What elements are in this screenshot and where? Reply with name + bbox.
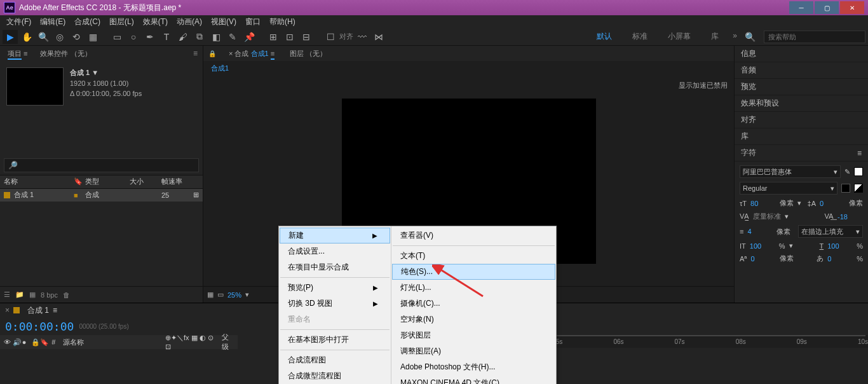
ctx-comp-settings[interactable]: 合成设置...: [279, 243, 391, 259]
col-fps[interactable]: 帧速率: [161, 177, 182, 186]
col-type[interactable]: 类型: [85, 177, 130, 186]
lock-icon[interactable]: [208, 49, 216, 58]
puppet-tool[interactable]: 📌: [241, 30, 257, 44]
view-axis-icon[interactable]: ⊟: [299, 30, 314, 44]
trash-icon[interactable]: 🗑: [63, 291, 70, 299]
ctx-new-viewer[interactable]: 查看器(V): [391, 228, 556, 243]
col-source-name[interactable]: 源名称: [63, 338, 165, 347]
vscale-field[interactable]: 100: [750, 242, 775, 250]
zoom-level[interactable]: 25%: [227, 291, 241, 299]
panel-info[interactable]: 信息: [735, 46, 868, 62]
clone-tool[interactable]: ⧉: [192, 30, 207, 44]
workspace-small[interactable]: 小屏幕: [658, 29, 701, 45]
world-axis-icon[interactable]: ⊡: [282, 30, 297, 44]
new-folder-icon[interactable]: 📁: [15, 291, 24, 299]
ctx-new-c4d[interactable]: MAXON CINEMA 4D 文件(C)...: [391, 375, 556, 384]
snap-options2[interactable]: ⋈: [371, 30, 386, 44]
local-axis-icon[interactable]: ⊞: [266, 30, 281, 44]
hscale-field[interactable]: 100: [827, 242, 853, 250]
stroke-color-swatch[interactable]: [841, 184, 850, 193]
project-item-row[interactable]: 合成 1 ■ 合成 25 ⊞: [0, 189, 203, 202]
ctx-new-adjustment[interactable]: 调整图层(A): [391, 343, 556, 359]
rect-tool[interactable]: ▭: [109, 30, 125, 44]
leading-field[interactable]: 0: [820, 200, 845, 207]
ctx-new-shape[interactable]: 形状图层: [391, 327, 556, 343]
workspace-lib[interactable]: 库: [701, 29, 729, 45]
panel-preview[interactable]: 预览: [735, 79, 868, 95]
current-time[interactable]: 0:00:00:00: [0, 320, 79, 333]
stroke-width-field[interactable]: 4: [747, 228, 773, 235]
baseline-field[interactable]: 0: [750, 255, 776, 263]
tracking-field[interactable]: -18: [837, 213, 863, 221]
ctx-switch-3d[interactable]: 切换 3D 视图▶: [279, 296, 391, 312]
hand-tool[interactable]: ✋: [19, 30, 34, 44]
menu-edit[interactable]: 编辑(E): [36, 15, 69, 29]
bpc-label[interactable]: 8 bpc: [41, 291, 58, 299]
ctx-reveal-in-project[interactable]: 在项目中显示合成: [279, 259, 391, 275]
flowchart-icon[interactable]: ⊞: [193, 191, 199, 199]
orbit-tool[interactable]: ◎: [52, 30, 67, 44]
rotation-tool[interactable]: ⟲: [69, 30, 84, 44]
project-search[interactable]: 🔎: [4, 158, 199, 172]
menu-effect[interactable]: 效果(T): [139, 15, 172, 29]
menu-file[interactable]: 文件(F): [3, 15, 35, 29]
menu-animation[interactable]: 动画(A): [173, 15, 206, 29]
ctx-mini-flowchart[interactable]: 合成微型流程图: [279, 368, 391, 384]
comp-thumbnail[interactable]: [6, 67, 64, 106]
timeline-close-icon[interactable]: ×: [5, 306, 10, 315]
snap-toggle[interactable]: ☐: [323, 30, 338, 44]
ctx-new-text[interactable]: 文本(T): [391, 248, 556, 264]
col-parent[interactable]: 父级: [222, 333, 234, 352]
zoom-dropdown-icon[interactable]: ▾: [245, 291, 249, 299]
interpret-icon[interactable]: ☰: [4, 291, 10, 299]
fill-order-select[interactable]: 在描边上填充▾: [798, 225, 863, 238]
menu-layer[interactable]: 图层(L): [105, 15, 138, 29]
menu-window[interactable]: 窗口: [241, 15, 264, 29]
selection-tool[interactable]: ▶: [3, 30, 18, 44]
camera-tool[interactable]: ▦: [85, 30, 100, 44]
ctx-flowchart[interactable]: 合成流程图: [279, 352, 391, 368]
type-tool[interactable]: T: [159, 30, 174, 44]
help-search[interactable]: [764, 31, 865, 43]
viewer-grid-icon[interactable]: ▦: [207, 291, 214, 299]
pen-tool[interactable]: ✒: [142, 30, 158, 44]
panel-audio[interactable]: 音频: [735, 62, 868, 79]
ctx-new-null[interactable]: 空对象(N): [391, 312, 556, 327]
eraser-tool[interactable]: ◧: [208, 30, 224, 44]
menu-composition[interactable]: 合成(C): [71, 15, 104, 29]
panel-menu-icon[interactable]: ≡: [193, 49, 198, 58]
col-name[interactable]: 名称: [4, 177, 74, 186]
tab-project[interactable]: 项目 ≡: [5, 46, 30, 61]
zoom-tool[interactable]: 🔍: [36, 30, 51, 44]
workspace-default[interactable]: 默认: [587, 29, 622, 45]
font-size-field[interactable]: 80: [750, 200, 776, 207]
panel-library[interactable]: 库: [735, 128, 868, 145]
brush-tool[interactable]: 🖌: [175, 30, 191, 44]
timeline-ruler[interactable]: 05s 06s 07s 08s 09s 10s: [514, 335, 868, 348]
close-button[interactable]: ✕: [840, 1, 864, 14]
snap-options[interactable]: 〰: [355, 30, 370, 44]
viewer-res-icon[interactable]: ▭: [217, 291, 224, 299]
ctx-new[interactable]: 新建▶: [280, 228, 390, 243]
maximize-button[interactable]: ▢: [815, 1, 839, 14]
ctx-new-solid[interactable]: 纯色(S)...: [392, 264, 555, 280]
ellipse-tool[interactable]: ○: [126, 30, 141, 44]
ctx-new-light[interactable]: 灯光(L)...: [391, 280, 556, 296]
workspace-more[interactable]: »: [729, 29, 741, 45]
tab-effect-controls[interactable]: 效果控件 （无）: [37, 46, 93, 61]
font-family-select[interactable]: 阿里巴巴普惠体▾: [740, 165, 841, 178]
menu-help[interactable]: 帮助(H): [266, 15, 299, 29]
tsume-field[interactable]: 0: [827, 255, 853, 263]
eyedropper-icon[interactable]: ✎: [844, 168, 850, 176]
help-search-input[interactable]: [768, 33, 861, 41]
minimize-button[interactable]: ─: [789, 1, 813, 14]
col-size[interactable]: 大小: [130, 177, 161, 186]
comp-breadcrumb[interactable]: 合成1: [207, 61, 734, 76]
panel-character[interactable]: 字符≡: [735, 145, 868, 161]
font-style-select[interactable]: Regular▾: [740, 182, 837, 195]
new-comp-icon[interactable]: ▦: [29, 291, 36, 299]
ctx-new-camera[interactable]: 摄像机(C)...: [391, 296, 556, 312]
workspace-standard[interactable]: 标准: [622, 29, 658, 45]
tab-comp-viewer[interactable]: × 合成 合成1 ≡: [226, 46, 277, 61]
timeline-tab[interactable]: 合成 1: [27, 305, 49, 316]
